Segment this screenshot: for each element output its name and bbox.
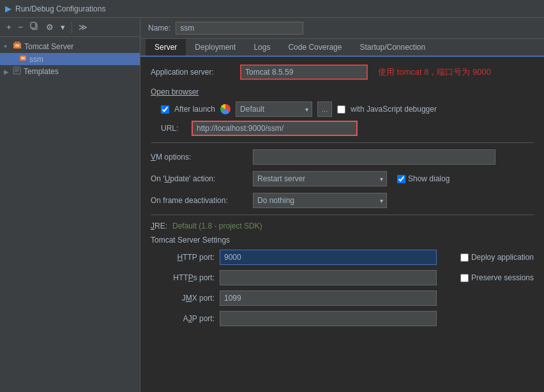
group-arrow: ▾ <box>4 43 13 50</box>
ssm-config-item[interactable]: ssm <box>0 53 140 65</box>
on-update-label: On 'Update' action: <box>151 174 253 183</box>
preserve-sessions-row: Preserve sessions <box>460 273 534 282</box>
deploy-app-checkbox[interactable] <box>460 253 469 262</box>
deploy-app-row: Deploy application <box>460 253 534 262</box>
tomcat-server-icon <box>13 41 22 52</box>
svg-rect-3 <box>15 41 20 44</box>
tomcat-group: ▾ Tomcat Server ssm <box>0 40 140 65</box>
settings-title: Tomcat Server Settings <box>151 236 534 245</box>
js-debugger-label: with JavaScript debugger <box>351 105 437 114</box>
tomcat-settings-section: Tomcat Server Settings HTTP port: Deploy… <box>151 236 534 326</box>
vm-options-input[interactable] <box>253 149 495 165</box>
ajp-port-label: AJP port: <box>151 314 215 323</box>
templates-item[interactable]: ▶ Templates <box>0 65 140 78</box>
url-label: URL: <box>161 124 186 133</box>
tab-deployment[interactable]: Deployment <box>186 39 245 57</box>
http-port-row: HTTP port: Deploy application <box>151 250 534 265</box>
on-frame-dropdown[interactable]: Do nothing Update classes and resources … <box>253 193 387 208</box>
main-layout: + − ⚙ ▾ ≫ ▾ Tomcat Server <box>0 18 544 392</box>
remove-config-button[interactable]: − <box>16 21 26 33</box>
show-dialog-label: Show dialog <box>408 174 450 183</box>
on-update-dropdown[interactable]: Restart server Update classes and resour… <box>253 171 387 186</box>
expand-button[interactable]: ▾ <box>58 21 68 33</box>
tomcat-server-group-header[interactable]: ▾ Tomcat Server <box>0 40 140 53</box>
on-update-row: On 'Update' action: Restart server Updat… <box>151 171 534 186</box>
http-port-label: HTTP port: <box>151 253 215 262</box>
browser-row: After launch Default ... with JavaScript… <box>151 102 534 117</box>
vm-options-row: VM options: <box>151 149 534 165</box>
left-toolbar: + − ⚙ ▾ ≫ <box>0 18 140 37</box>
on-frame-label: On frame deactivation: <box>151 196 253 205</box>
tree-area: ▾ Tomcat Server ssm ▶ <box>0 37 140 392</box>
https-port-label: HTTPs port: <box>151 273 215 282</box>
right-panel: Name: Server Deployment Logs Code Covera… <box>140 18 544 392</box>
https-port-input[interactable] <box>220 270 437 285</box>
settings-config-button[interactable]: ⚙ <box>43 21 56 33</box>
jre-row: JRE: Default (1.8 - project SDK) <box>151 222 534 230</box>
separator-2 <box>151 215 534 215</box>
svg-rect-1 <box>31 22 36 28</box>
browser-dropdown[interactable]: Default <box>236 102 312 117</box>
ajp-port-input[interactable] <box>220 311 437 326</box>
app-server-label: Application server: <box>151 68 240 77</box>
on-update-dropdown-wrapper: Restart server Update classes and resour… <box>253 171 387 186</box>
show-dialog-row: Show dialog <box>397 174 450 183</box>
svg-rect-6 <box>20 56 26 61</box>
jmx-port-input[interactable] <box>220 290 437 306</box>
jmx-port-row: JMX port: <box>151 290 534 306</box>
copy-config-button[interactable] <box>27 20 42 34</box>
templates-icon <box>13 66 21 77</box>
ajp-port-row: AJP port: <box>151 311 534 326</box>
on-frame-row: On frame deactivation: Do nothing Update… <box>151 193 534 208</box>
more-button[interactable]: ≫ <box>76 21 90 33</box>
tab-startup-connection[interactable]: Startup/Connection <box>351 39 434 57</box>
name-label: Name: <box>148 24 170 33</box>
browser-dropdown-wrapper: Default <box>236 102 312 117</box>
title-bar-text: Run/Debug Configurations <box>15 4 105 13</box>
app-server-row: Application server: 使用 tomcat 8，端口号为 900… <box>151 64 534 80</box>
tomcat-server-group-label: Tomcat Server <box>24 42 73 51</box>
tabs-bar: Server Deployment Logs Code Coverage Sta… <box>140 39 544 57</box>
deploy-app-label: Deploy application <box>471 253 534 262</box>
after-launch-label: After launch <box>174 105 215 114</box>
url-row: URL: <box>151 121 534 136</box>
jre-value: Default (1.8 - project SDK) <box>172 222 262 230</box>
ssm-config-icon <box>19 54 27 64</box>
preserve-sessions-checkbox[interactable] <box>460 274 469 282</box>
tab-code-coverage[interactable]: Code Coverage <box>279 39 351 57</box>
https-port-row: HTTPs port: Preserve sessions <box>151 270 534 285</box>
toolbar-separator <box>72 22 72 33</box>
name-input[interactable] <box>176 22 303 34</box>
separator-1 <box>151 142 534 143</box>
title-bar-icon: ▶ <box>5 4 11 13</box>
templates-label: Templates <box>24 67 59 76</box>
annotation-text: 使用 tomcat 8，端口号为 9000 <box>378 66 491 78</box>
open-browser-title: Open browser <box>151 87 534 96</box>
jre-label: JRE: <box>151 222 167 230</box>
tab-server[interactable]: Server <box>146 39 186 57</box>
chrome-icon <box>220 104 230 114</box>
server-tab-content: Application server: 使用 tomcat 8，端口号为 900… <box>140 57 544 392</box>
ports-container: HTTP port: Deploy application HTTPs port… <box>151 250 534 326</box>
preserve-sessions-label: Preserve sessions <box>471 273 534 282</box>
after-launch-checkbox[interactable] <box>161 105 169 114</box>
show-dialog-checkbox[interactable] <box>397 175 405 183</box>
tab-logs[interactable]: Logs <box>245 39 279 57</box>
title-bar: ▶ Run/Debug Configurations <box>0 0 544 18</box>
on-frame-dropdown-wrapper: Do nothing Update classes and resources … <box>253 193 387 208</box>
ssm-config-label: ssm <box>29 55 43 64</box>
js-debugger-checkbox[interactable] <box>337 105 345 114</box>
vm-options-label: VM options: <box>151 153 253 162</box>
http-port-input[interactable] <box>220 250 437 265</box>
open-browser-section: Open browser After launch Default ... wi… <box>151 87 534 136</box>
templates-arrow: ▶ <box>4 68 13 75</box>
name-bar: Name: <box>140 18 544 39</box>
url-input[interactable] <box>192 121 358 136</box>
left-panel: + − ⚙ ▾ ≫ ▾ Tomcat Server <box>0 18 140 392</box>
jmx-port-label: JMX port: <box>151 294 215 303</box>
app-server-input[interactable] <box>240 64 368 80</box>
add-config-button[interactable]: + <box>4 21 14 33</box>
browser-ellipsis-button[interactable]: ... <box>317 102 332 117</box>
